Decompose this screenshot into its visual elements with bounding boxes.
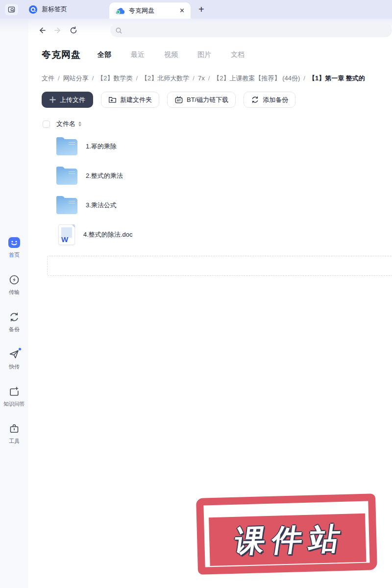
bt-download-label: BT/磁力链下载 xyxy=(187,96,228,104)
tab-overview-icon xyxy=(8,6,15,13)
tab-title: 新标签页 xyxy=(42,5,67,14)
tab-images[interactable]: 图片 xyxy=(197,50,211,59)
breadcrumb: 文件/网站分享/【2】数学类/【2】北师大数学/7x/【2】上课教案【推荐】 (… xyxy=(28,74,392,83)
file-name: 3.乘法公式 xyxy=(86,201,117,210)
tab-recent[interactable]: 最近 xyxy=(131,50,145,59)
browser-tabbar: 新标签页 夸克网盘 ✕ + xyxy=(0,0,392,19)
folder-icon xyxy=(56,139,77,155)
breadcrumb-item[interactable]: 7x xyxy=(198,74,205,82)
sidebar-item-backup[interactable]: 备份 xyxy=(8,311,21,333)
breadcrumb-separator: / xyxy=(92,74,94,82)
search-icon xyxy=(115,27,122,34)
upload-dropzone[interactable] xyxy=(47,256,392,276)
breadcrumb-separator: / xyxy=(303,74,305,82)
browser-navbar xyxy=(28,19,392,42)
breadcrumb-item[interactable]: 【2】上课教案【推荐】 (44份) xyxy=(213,74,300,82)
breadcrumb-item[interactable]: 【2】北师大数学 xyxy=(141,74,189,82)
sidebar-item-label: 首页 xyxy=(9,251,20,259)
search-input[interactable] xyxy=(122,24,392,37)
bt-magnet-download-button[interactable]: BT BT/磁力链下载 xyxy=(167,92,236,108)
paper-plane-icon xyxy=(8,348,21,361)
breadcrumb-separator: / xyxy=(58,74,60,82)
file-list: 1.幂的乘除 2.整式的乘法 3.乘法公式 W 4.整式的除法.doc xyxy=(28,132,392,249)
sidebar-item-label: 备份 xyxy=(9,326,20,333)
file-row[interactable]: W 4.整式的除法.doc xyxy=(28,220,392,249)
folder-plus-icon xyxy=(108,96,117,104)
plus-icon xyxy=(49,97,56,103)
backup-sync-icon xyxy=(8,311,21,323)
refresh-icon xyxy=(69,26,78,35)
breadcrumb-separator: / xyxy=(208,74,210,82)
tab-overview-button[interactable] xyxy=(5,4,18,15)
folder-icon xyxy=(56,169,77,185)
back-button[interactable] xyxy=(36,24,48,36)
sidebar-item-label: 传输 xyxy=(9,289,20,296)
tab-title: 夸克网盘 xyxy=(129,6,154,15)
page-title: 夸克网盘 xyxy=(42,49,81,61)
select-all-checkbox[interactable] xyxy=(43,121,50,128)
svg-text:BT: BT xyxy=(177,99,181,102)
breadcrumb-separator: / xyxy=(193,74,195,82)
breadcrumb-item[interactable]: 文件 xyxy=(42,74,54,82)
knowledge-folder-plus-icon xyxy=(8,385,21,398)
word-doc-icon: W xyxy=(58,224,75,245)
filename-column-header: 文件名 xyxy=(56,120,75,128)
upload-file-button[interactable]: 上传文件 xyxy=(42,92,93,108)
cloud-drive-icon xyxy=(115,7,124,14)
home-icon xyxy=(8,236,21,249)
toolbox-icon xyxy=(8,422,21,435)
notification-badge xyxy=(18,347,22,351)
bt-download-icon: BT xyxy=(174,96,183,104)
add-backup-label: 添加备份 xyxy=(263,96,288,104)
new-folder-label: 新建文件夹 xyxy=(120,96,152,104)
sort-toggle-icon[interactable] xyxy=(78,122,81,126)
tab-all[interactable]: 全部 xyxy=(98,50,111,59)
breadcrumb-separator: / xyxy=(136,74,138,82)
upload-file-label: 上传文件 xyxy=(60,96,85,104)
sidebar-item-knowledge-qa[interactable]: 知识问答 xyxy=(3,385,25,408)
breadcrumb-item[interactable]: 网站分享 xyxy=(63,74,89,82)
address-search-bar[interactable] xyxy=(110,24,392,37)
file-row[interactable]: 1.幂的乘除 xyxy=(28,132,392,161)
sidebar-item-transfer[interactable]: 传输 xyxy=(8,273,21,296)
back-icon xyxy=(38,26,47,35)
sidebar-item-label: 知识问答 xyxy=(3,400,25,408)
browser-tab-quark-drive[interactable]: 夸克网盘 ✕ xyxy=(109,2,191,19)
sidebar-item-home[interactable]: 首页 xyxy=(8,236,21,259)
browser-tab-newtab[interactable]: 新标签页 xyxy=(26,5,70,14)
quark-browser-logo-icon xyxy=(29,5,37,14)
breadcrumb-current: 【1】第一章 整式的 xyxy=(309,74,365,82)
sidebar-item-label: 工具 xyxy=(9,438,20,445)
refresh-button[interactable] xyxy=(68,24,79,36)
file-list-header: 文件名 xyxy=(28,120,392,128)
sidebar: 首页 传输 备份 xyxy=(0,19,28,588)
tab-documents[interactable]: 文档 xyxy=(231,50,245,59)
sidebar-item-tools[interactable]: 工具 xyxy=(8,422,21,445)
main-content: 夸克网盘 全部 最近 视频 图片 文档 文件/网站分享/【2】数学类/【2】北师… xyxy=(28,19,392,588)
breadcrumb-item[interactable]: 【2】数学类 xyxy=(97,74,132,82)
close-icon[interactable]: ✕ xyxy=(179,7,185,14)
forward-icon xyxy=(53,26,62,35)
file-row[interactable]: 3.乘法公式 xyxy=(28,191,392,220)
add-backup-button[interactable]: 添加备份 xyxy=(244,92,295,108)
file-row[interactable]: 2.整式的乘法 xyxy=(28,161,392,191)
drive-header: 夸克网盘 全部 最近 视频 图片 文档 xyxy=(28,48,392,62)
transfer-icon xyxy=(8,273,21,286)
action-toolbar: 上传文件 新建文件夹 BT xyxy=(28,92,392,108)
new-tab-button[interactable]: + xyxy=(198,4,204,14)
forward-button[interactable] xyxy=(52,24,64,36)
file-name: 2.整式的乘法 xyxy=(86,172,123,180)
file-name: 1.幂的乘除 xyxy=(86,142,117,151)
new-folder-button[interactable]: 新建文件夹 xyxy=(101,92,159,108)
tab-videos[interactable]: 视频 xyxy=(164,50,178,59)
folder-icon xyxy=(56,198,77,214)
file-name: 4.整式的除法.doc xyxy=(83,230,132,239)
sidebar-item-quick-send[interactable]: 快传 xyxy=(8,348,21,370)
sidebar-item-label: 快传 xyxy=(9,363,20,370)
circular-arrows-icon xyxy=(251,96,259,104)
